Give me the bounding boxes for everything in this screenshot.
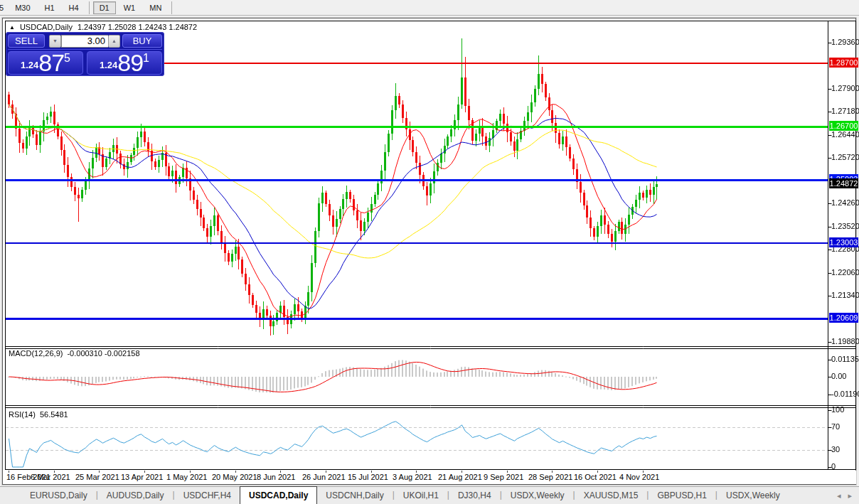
date-axis-label-6-Mar-2021: 6 Mar 2021 <box>31 473 70 481</box>
sell-price-pip: 5 <box>64 53 70 64</box>
price-axis-label-1.23520: 1.23520 <box>831 222 859 230</box>
bid-price-badge: 1.24872 <box>829 178 858 188</box>
date-axis-label-15-Jul-2021: 15 Jul 2021 <box>348 473 388 481</box>
price-axis-label-1.22060: 1.22060 <box>831 268 859 277</box>
timeframe-button-M30[interactable]: M30 <box>9 1 36 14</box>
tab-scroll-right-icon[interactable]: ▸ <box>848 491 852 500</box>
chart-tab-USDCHF-H4[interactable]: USDCHF,H4 <box>175 487 240 504</box>
rsi-value: 56.5481 <box>40 410 68 419</box>
sell-button[interactable]: SELL <box>8 34 45 48</box>
price-axis-label-1.21340: 1.21340 <box>831 291 859 299</box>
sell-price-button[interactable]: 1.24875 <box>8 51 83 75</box>
rsi-axis-label-70: 70 <box>831 422 840 431</box>
date-axis-label-9-Sep-2021: 9 Sep 2021 <box>484 473 523 481</box>
price-axis-label-1.27900: 1.27900 <box>831 84 859 92</box>
rsi-name: RSI(14) <box>9 410 36 419</box>
chart-tab-GBPUSD-H1[interactable]: GBPUSD,H1 <box>649 487 715 504</box>
price-badge-1.28700: 1.28700 <box>829 58 858 68</box>
chart-title: ▲ USDCAD,Daily 1.24397 1.25028 1.24243 1… <box>9 23 197 31</box>
date-axis-label-3-Aug-2021: 3 Aug 2021 <box>393 473 432 481</box>
volume-input[interactable] <box>61 35 108 48</box>
timeframe-button-H4[interactable]: H4 <box>63 1 85 14</box>
macd-axis-label--0.01190: -0.01190 <box>831 390 859 398</box>
toolbar-separator <box>89 1 90 14</box>
tab-scroll-left-icon[interactable]: ◂ <box>837 491 841 500</box>
buy-price-pip: 1 <box>143 53 149 64</box>
macd-indicator-label: MACD(12,26,9) -0.000310 -0.002158 <box>9 349 140 358</box>
buy-price-button[interactable]: 1.24891 <box>87 51 162 75</box>
sell-price-prefix: 1.24 <box>21 58 38 73</box>
chart-tab-USDCNH-Daily[interactable]: USDCNH,Daily <box>317 487 392 504</box>
price-axis-label-1.27180: 1.27180 <box>831 107 859 115</box>
date-axis-label-28-Sep-2021: 28 Sep 2021 <box>528 473 572 481</box>
volume-increase-button[interactable]: ▲ <box>108 35 120 48</box>
date-axis-label-20-May-2021: 20 May 2021 <box>212 473 257 481</box>
date-axis: 16 Feb 20216 Mar 202125 Mar 202113 Apr 2… <box>5 471 856 484</box>
chart-tab-USDCAD-Daily[interactable]: USDCAD,Daily <box>240 486 317 504</box>
date-axis-label-4-Nov-2021: 4 Nov 2021 <box>619 473 659 481</box>
timeframe-button-5[interactable]: 5 <box>0 1 7 14</box>
price-axis-label-1.29360: 1.29360 <box>831 38 859 46</box>
timeframe-button-D1[interactable]: D1 <box>93 1 116 14</box>
rsi-axis-label-30: 30 <box>831 445 840 454</box>
chart-tab-UKOil-H1[interactable]: UKOil,H1 <box>395 487 447 504</box>
price-axis-label-1.19880: 1.19880 <box>831 337 859 345</box>
chart-tab-USDX-Weekly[interactable]: USDX,Weekly <box>502 487 573 504</box>
volume-decrease-button[interactable]: ▼ <box>49 35 61 48</box>
price-badge-1.20609: 1.20609 <box>829 313 858 323</box>
date-axis-label-13-Apr-2021: 13 Apr 2021 <box>121 473 163 481</box>
timeframe-button-H1[interactable]: H1 <box>38 1 61 14</box>
price-axis-label-1.26440: 1.26440 <box>831 130 859 139</box>
price-chart-canvas[interactable] <box>5 21 856 470</box>
date-axis-label-26-Jun-2021: 26 Jun 2021 <box>302 473 346 481</box>
macd-values: -0.000310 -0.002158 <box>67 349 139 358</box>
price-axis-label-1.25720: 1.25720 <box>831 153 859 161</box>
date-axis-label-25-Mar-2021: 25 Mar 2021 <box>75 473 119 481</box>
date-axis-label-21-Aug-2021: 21 Aug 2021 <box>438 473 482 481</box>
date-axis-label-8-Jun-2021: 8 Jun 2021 <box>257 473 295 481</box>
buy-button[interactable]: BUY <box>122 34 162 48</box>
date-axis-label-1-May-2021: 1 May 2021 <box>166 473 207 481</box>
chart-tab-bar: EURUSD,Daily|AUDUSD,Daily|USDCHF,H4USDCA… <box>0 486 859 504</box>
rsi-indicator-label: RSI(14) 56.5481 <box>9 410 68 419</box>
timeframe-button-MN[interactable]: MN <box>143 1 168 14</box>
buy-price-main: 89 <box>117 52 143 73</box>
chart-tab-DJ30-H4[interactable]: DJ30,H4 <box>449 487 500 504</box>
timeframe-toolbar: 5M30H1H4D1W1MN <box>0 0 859 16</box>
buy-price-prefix: 1.24 <box>100 58 117 73</box>
chart-symbol-label: USDCAD,Daily <box>20 23 73 31</box>
date-axis-label-16-Oct-2021: 16 Oct 2021 <box>574 473 617 481</box>
timeframe-button-W1[interactable]: W1 <box>117 1 142 14</box>
tab-scroll-controls: ◂▸ <box>837 487 859 504</box>
chart-collapse-icon[interactable]: ▲ <box>9 24 15 31</box>
rsi-axis-label-0: 0 <box>831 462 836 471</box>
chart-tab-USDX-Weekly[interactable]: USDX,Weekly <box>717 487 789 504</box>
toolbar-separator <box>171 1 172 14</box>
macd-axis-label-0.00: 0.00 <box>831 372 846 380</box>
chart-tab-AUDUSD-Daily[interactable]: AUDUSD,Daily <box>98 487 173 504</box>
macd-name: MACD(12,26,9) <box>9 349 63 358</box>
chart-ohlc-label: 1.24397 1.25028 1.24243 1.24872 <box>78 23 197 31</box>
price-badge-1.23003: 1.23003 <box>829 237 858 247</box>
chart-tab-EURUSD-Daily[interactable]: EURUSD,Daily <box>21 487 96 504</box>
macd-axis-label-0.01135: 0.01135 <box>831 355 859 363</box>
chart-tab-XAUUSD-M15[interactable]: XAUUSD,M15 <box>575 487 647 504</box>
price-badge-1.26700: 1.26700 <box>829 121 858 131</box>
one-click-trading-panel: SELL ▼ ▲ BUY 1.24875 1.24891 <box>6 32 164 76</box>
rsi-axis-label-100: 100 <box>831 405 844 414</box>
sell-price-main: 87 <box>38 52 64 73</box>
price-axis-label-1.24260: 1.24260 <box>831 198 859 207</box>
